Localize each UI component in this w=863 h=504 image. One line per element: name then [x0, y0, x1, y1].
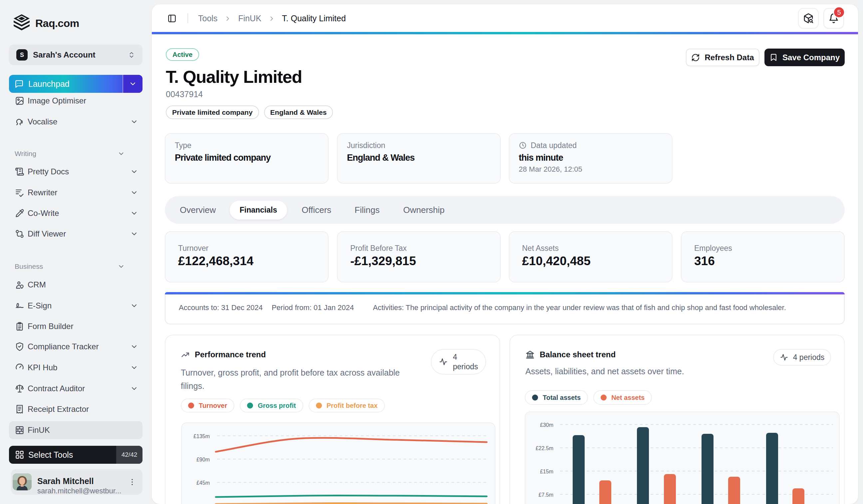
svg-text:£90m: £90m: [197, 457, 210, 462]
svg-text:£7.5m: £7.5m: [539, 492, 553, 498]
svg-text:£30m: £30m: [540, 422, 553, 428]
svg-text:£15m: £15m: [540, 469, 553, 474]
svg-text:£22.5m: £22.5m: [536, 445, 553, 451]
svg-text:£135m: £135m: [193, 434, 210, 439]
svg-text:£45m: £45m: [197, 480, 210, 486]
